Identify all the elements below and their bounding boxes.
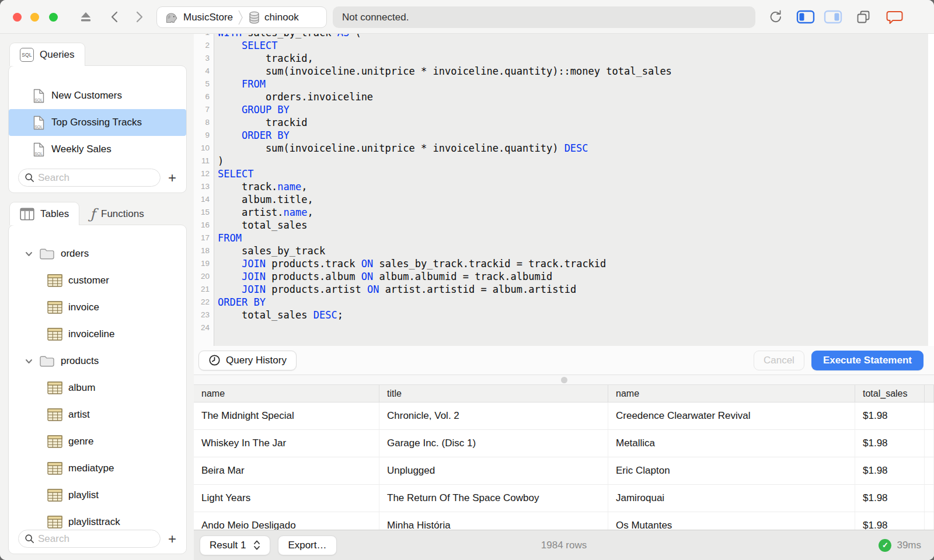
table-cell[interactable]: $1.98 bbox=[855, 430, 925, 457]
code-area[interactable]: WITH sales_by_track AS ( SELECT trackid,… bbox=[214, 34, 928, 346]
tree-table[interactable]: genre bbox=[9, 428, 186, 455]
editor-scrollbar-gutter[interactable] bbox=[928, 34, 934, 346]
windows-button[interactable] bbox=[853, 8, 873, 26]
forward-button[interactable] bbox=[131, 8, 147, 26]
zoom-window-button[interactable] bbox=[49, 13, 58, 22]
table-row[interactable]: Ando Meio DesligadoMinha HistóriaOs Muta… bbox=[194, 512, 934, 530]
table-row[interactable]: Light YearsThe Return Of The Space Cowbo… bbox=[194, 485, 934, 512]
refresh-icon bbox=[768, 9, 783, 24]
query-item[interactable]: SQLNew Customers bbox=[9, 82, 186, 109]
eject-button[interactable] bbox=[78, 8, 94, 26]
table-cell[interactable]: Minha História bbox=[379, 512, 608, 530]
table-cell[interactable]: Whiskey In The Jar bbox=[194, 430, 379, 457]
line-number: 21 bbox=[194, 283, 214, 296]
database-name: chinook bbox=[264, 12, 299, 23]
toggle-right-sidebar-button[interactable] bbox=[823, 8, 844, 26]
tree-folder-label: orders bbox=[61, 248, 89, 260]
table-cell[interactable]: Chronicle, Vol. 2 bbox=[379, 402, 608, 429]
tree-table[interactable]: invoiceline bbox=[9, 321, 186, 348]
table-icon bbox=[47, 382, 62, 394]
column-header[interactable]: title bbox=[379, 385, 608, 402]
feedback-button[interactable] bbox=[884, 8, 905, 26]
tree-table[interactable]: mediatype bbox=[9, 455, 186, 482]
code-line: ORDER BY bbox=[218, 129, 928, 142]
table-cell[interactable]: $1.98 bbox=[855, 457, 925, 484]
tree-table-label: invoiceline bbox=[68, 328, 114, 340]
tables-search-input[interactable] bbox=[18, 530, 161, 548]
breadcrumb-connection[interactable]: MusicStore bbox=[164, 10, 233, 24]
table-cell[interactable]: Jamiroquai bbox=[608, 485, 855, 512]
add-table-button[interactable]: + bbox=[165, 532, 179, 546]
minimize-window-button[interactable] bbox=[30, 13, 39, 22]
table-cell[interactable]: Garage Inc. (Disc 1) bbox=[379, 430, 608, 457]
tree-folder[interactable]: products bbox=[9, 348, 186, 374]
chevron-down-icon[interactable] bbox=[25, 357, 33, 366]
tab-queries-label: Queries bbox=[40, 49, 75, 61]
table-row[interactable]: The Midnight SpecialChronicle, Vol. 2Cre… bbox=[194, 402, 934, 430]
table-cell[interactable]: Eric Clapton bbox=[608, 457, 855, 484]
add-query-button[interactable]: + bbox=[165, 171, 179, 185]
table-cell[interactable]: Unplugged bbox=[379, 457, 608, 484]
tree-table[interactable]: artist bbox=[9, 401, 186, 428]
table-cell[interactable]: $1.98 bbox=[855, 402, 925, 429]
tab-tables[interactable]: Tables bbox=[9, 202, 79, 225]
code-line: WITH sales_by_track AS ( bbox=[218, 34, 928, 39]
queries-search-input[interactable] bbox=[18, 169, 161, 187]
folder-icon bbox=[39, 355, 55, 368]
table-cell[interactable]: $1.98 bbox=[855, 485, 925, 512]
column-header[interactable]: total_sales bbox=[855, 385, 925, 402]
execute-statement-button[interactable]: Execute Statement bbox=[811, 351, 923, 370]
result-selector[interactable]: Result 1 bbox=[200, 536, 270, 555]
column-header[interactable]: name bbox=[608, 385, 855, 402]
table-cell[interactable]: The Return Of The Space Cowboy bbox=[379, 485, 608, 512]
refresh-button[interactable] bbox=[766, 8, 786, 26]
table-icon bbox=[47, 435, 62, 448]
table-cell[interactable]: $1.98 bbox=[855, 512, 925, 530]
column-header[interactable]: name bbox=[194, 385, 379, 402]
tree-table[interactable]: album bbox=[9, 374, 186, 401]
line-number-gutter: 123456789101112131415161718192021222324 bbox=[194, 34, 214, 346]
sidebar: SQL Queries SQLNew Customers SQLTop Gros… bbox=[0, 34, 194, 560]
table-cell-spacer bbox=[925, 402, 934, 429]
tab-functions[interactable]: ƒ Functions bbox=[79, 202, 155, 225]
query-item[interactable]: SQLWeekly Sales bbox=[9, 136, 186, 163]
tree-table[interactable]: playlist bbox=[9, 482, 186, 509]
table-cell-spacer bbox=[925, 457, 934, 484]
query-history-button[interactable]: Query History bbox=[198, 351, 297, 370]
table-row[interactable]: Beira MarUnpluggedEric Clapton$1.98 bbox=[194, 457, 934, 485]
table-cell[interactable]: Creedence Clearwater Revival bbox=[608, 402, 855, 429]
close-window-button[interactable] bbox=[13, 13, 22, 22]
table-cell[interactable]: Metallica bbox=[608, 430, 855, 457]
table-icon bbox=[47, 516, 62, 528]
line-number: 9 bbox=[194, 129, 214, 142]
line-number: 19 bbox=[194, 257, 214, 270]
tree-table[interactable]: customer bbox=[9, 267, 186, 294]
tables-search-row: + bbox=[18, 530, 179, 548]
table-cell[interactable]: Os Mutantes bbox=[608, 512, 855, 530]
breadcrumb[interactable]: MusicStore chinook bbox=[156, 6, 327, 28]
table-icon bbox=[47, 408, 62, 421]
tab-queries[interactable]: SQL Queries bbox=[9, 43, 85, 66]
table-cell[interactable]: Beira Mar bbox=[194, 457, 379, 484]
tree-folder[interactable]: orders bbox=[9, 240, 186, 267]
toggle-left-sidebar-button[interactable] bbox=[795, 8, 816, 26]
table-row[interactable]: Whiskey In The JarGarage Inc. (Disc 1)Me… bbox=[194, 430, 934, 457]
line-number: 20 bbox=[194, 270, 214, 283]
line-number: 1 bbox=[194, 34, 214, 39]
breadcrumb-database[interactable]: chinook bbox=[248, 10, 299, 24]
tree-table[interactable]: invoice bbox=[9, 294, 186, 321]
query-item-selected[interactable]: SQLTop Grossing Tracks bbox=[9, 109, 186, 136]
cancel-button[interactable]: Cancel bbox=[754, 351, 804, 370]
table-cell[interactable]: Light Years bbox=[194, 485, 379, 512]
code-line: FROM bbox=[218, 232, 928, 244]
table-cell[interactable]: Ando Meio Desligado bbox=[194, 512, 379, 530]
back-button[interactable] bbox=[107, 8, 123, 26]
chevron-down-icon[interactable] bbox=[25, 250, 33, 258]
code-line: FROM bbox=[218, 78, 928, 90]
table-cell[interactable]: The Midnight Special bbox=[194, 402, 379, 429]
sql-editor[interactable]: 123456789101112131415161718192021222324 … bbox=[194, 34, 934, 346]
export-button[interactable]: Export… bbox=[278, 536, 336, 555]
pane-splitter[interactable] bbox=[194, 375, 934, 385]
tree-folder-label: products bbox=[61, 355, 99, 367]
svg-text:SQL: SQL bbox=[34, 151, 43, 156]
